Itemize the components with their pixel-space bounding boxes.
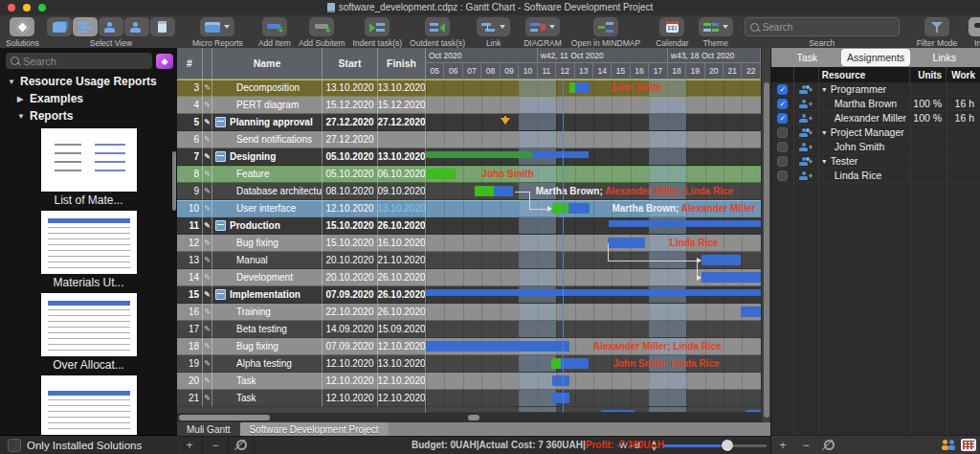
task-bar[interactable]	[426, 341, 569, 352]
table-hscroll-thumb[interactable]	[179, 415, 270, 420]
report-thumbnail[interactable]	[41, 128, 137, 192]
task-start-date[interactable]: 12.10.2020	[323, 355, 378, 373]
task-row[interactable]: 17✎Beta testing14.09.202015.09.2020	[177, 321, 761, 338]
task-start-date[interactable]: 07.09.2020	[323, 338, 378, 355]
task-name-cell[interactable]: Feature	[212, 166, 323, 183]
micro-reports-button[interactable]	[200, 17, 234, 36]
task-bar[interactable]	[551, 358, 589, 369]
outdent-task-button[interactable]	[425, 17, 450, 36]
task-finish-date[interactable]: 09.10.2020	[378, 183, 426, 200]
task-finish-date[interactable]: 26.10.2020	[378, 286, 426, 304]
task-name-cell[interactable]: Bug fixing	[212, 338, 323, 355]
task-start-date[interactable]: 05.10.2020	[323, 148, 378, 166]
task-finish-date[interactable]	[378, 131, 426, 148]
task-finish-date[interactable]: 12.10.2020	[378, 338, 426, 355]
task-bar[interactable]	[552, 393, 569, 403]
add-item-button[interactable]	[262, 17, 287, 36]
report-thumbnail[interactable]	[41, 293, 137, 356]
task-finish-date[interactable]: 13.10.2020	[378, 148, 426, 166]
task-start-date[interactable]: 20.10.2020	[323, 252, 378, 269]
summary-bar[interactable]	[609, 220, 761, 227]
task-finish-date[interactable]: 12.10.2020	[378, 373, 426, 390]
view-cards-button[interactable]	[47, 17, 72, 36]
task-name-cell[interactable]: Send notifications	[212, 131, 323, 148]
sidebar-tree-item[interactable]: ▼Reports	[0, 107, 177, 125]
task-start-date[interactable]: 12.10.2020	[323, 373, 378, 390]
chevron-expanded-icon[interactable]: ▼	[821, 86, 828, 93]
sidebar-tree-item[interactable]: ▼Resource Usage Reports	[0, 73, 177, 90]
task-name-cell[interactable]: Production	[212, 217, 323, 235]
task-name-cell[interactable]: Manual	[212, 252, 323, 269]
column-header-start[interactable]: Start	[323, 48, 378, 79]
resource-row[interactable]: ▼Project Manager	[771, 125, 980, 140]
task-name-cell[interactable]: Designing	[212, 148, 323, 166]
task-row[interactable]: 19✎Alpha testing12.10.202013.10.2020John…	[177, 355, 761, 373]
task-row[interactable]: 11✎Production15.10.202026.10.2020	[177, 217, 761, 235]
task-row[interactable]: 4✎PERT diagram15.12.202015.12.2020	[177, 97, 761, 114]
task-name-cell[interactable]: Bug fixing	[212, 235, 323, 252]
chevron-expanded-icon[interactable]: ▼	[821, 158, 828, 165]
settings-gear-button[interactable]	[229, 437, 255, 454]
resource-column-header[interactable]: Resource	[819, 67, 911, 82]
report-thumbnail[interactable]	[41, 375, 137, 439]
task-name-cell[interactable]: Training	[212, 304, 323, 321]
column-header-num[interactable]: #	[177, 48, 203, 79]
sidebar-search-input[interactable]: Search	[6, 53, 152, 69]
collapse-toggle-icon[interactable]	[215, 289, 226, 300]
task-start-date[interactable]: 22.10.2020	[323, 304, 378, 321]
column-header-finish[interactable]: Finish	[378, 48, 426, 79]
task-start-date[interactable]: 27.12.2020	[323, 114, 378, 131]
theme-button[interactable]	[699, 17, 733, 36]
task-finish-date[interactable]: 26.10.2020	[378, 217, 426, 235]
solutions-button[interactable]	[10, 17, 34, 36]
task-start-date[interactable]: 07.09.2020	[323, 286, 378, 304]
search-input[interactable]: Search	[745, 17, 900, 36]
only-installed-checkbox[interactable]	[8, 439, 21, 452]
column-header-name[interactable]: Name	[212, 48, 323, 79]
view-document-button[interactable]	[150, 17, 175, 36]
collapse-toggle-icon[interactable]	[215, 151, 226, 162]
task-finish-date[interactable]: 21.10.2020	[378, 252, 426, 269]
task-finish-date[interactable]: 15.12.2020	[378, 97, 426, 114]
task-start-date[interactable]: 12.10.2020	[323, 390, 378, 407]
resource-checkbox[interactable]: ✓	[777, 84, 788, 95]
sidebar-tree-item[interactable]: ▶Examples	[0, 90, 177, 107]
task-start-date[interactable]: 12.10.2020	[323, 200, 378, 217]
remove-resource-button[interactable]: −	[794, 439, 817, 452]
resource-row[interactable]: John Smith	[771, 140, 980, 154]
resource-checkbox[interactable]	[777, 127, 788, 138]
collapse-toggle-icon[interactable]	[215, 117, 226, 127]
view-resources-button[interactable]	[99, 17, 123, 36]
task-start-date[interactable]: 27.12.2020	[323, 131, 378, 148]
task-row[interactable]: 9✎Database architecture08.10.202009.10.2…	[177, 183, 761, 200]
milestone-marker[interactable]	[501, 118, 510, 129]
task-row[interactable]: 20✎Task12.10.202012.10.2020	[177, 373, 761, 390]
sidebar-scrollbar[interactable]	[172, 151, 176, 211]
task-finish-date[interactable]: 13.10.2020	[378, 355, 426, 373]
work-column-header[interactable]: Work	[947, 67, 980, 82]
task-row[interactable]: 6✎Send notifications27.12.2020	[177, 131, 761, 148]
resource-checkbox[interactable]: ✓	[777, 113, 788, 124]
zoom-slider-knob[interactable]	[722, 440, 733, 451]
vertical-scrollbar[interactable]	[761, 48, 770, 424]
horizontal-scrollbar[interactable]	[177, 413, 761, 422]
panel-tab-links[interactable]: Links	[910, 50, 978, 65]
task-row[interactable]: 10✎User interface12.10.202013.10.2020Mar…	[177, 200, 761, 217]
link-button[interactable]	[477, 17, 510, 36]
task-name-cell[interactable]: Beta testing	[212, 321, 323, 338]
tab-project[interactable]: Software Development Project	[240, 422, 389, 436]
task-name-cell[interactable]: Decomposition	[212, 79, 323, 97]
task-name-cell[interactable]: Implementation	[212, 286, 323, 304]
resource-row[interactable]: ✓▼Programmer	[771, 82, 980, 97]
panel-tab-task[interactable]: Task	[773, 50, 841, 65]
task-finish-date[interactable]: 26.10.2020	[378, 269, 426, 286]
task-row[interactable]: 13✎Manual20.10.202021.10.2020	[177, 252, 761, 269]
resources-view-button[interactable]	[942, 439, 957, 451]
task-bar[interactable]	[475, 186, 514, 196]
resource-gear-button[interactable]	[817, 439, 840, 452]
task-name-cell[interactable]: Alpha testing	[212, 355, 323, 373]
task-finish-date[interactable]: 12.10.2020	[378, 390, 426, 407]
diagram-button[interactable]	[525, 17, 560, 36]
task-start-date[interactable]: 14.09.2020	[323, 321, 378, 338]
task-name-cell[interactable]: User interface	[212, 200, 323, 217]
